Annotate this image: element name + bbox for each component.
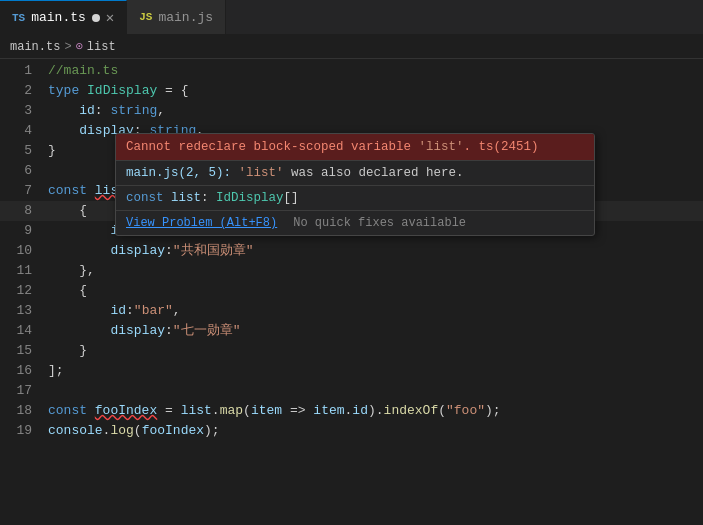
- fn-log: log: [110, 423, 133, 438]
- line-num-11: 11: [0, 261, 48, 281]
- tab-main-js[interactable]: JS main.js: [127, 0, 226, 34]
- str-zh2: "七一勋章": [173, 323, 241, 338]
- line-num-12: 12: [0, 281, 48, 301]
- line-content-19[interactable]: console.log(fooIndex);: [48, 421, 703, 441]
- line-content-15[interactable]: }: [48, 341, 703, 361]
- line-3: 3 id: string,: [0, 101, 703, 121]
- item-ref: item: [313, 403, 344, 418]
- id-key2: id: [110, 303, 126, 318]
- fooidx-id: fooIndex: [95, 403, 157, 418]
- line-content-16[interactable]: ];: [48, 361, 703, 381]
- line-13: 13 id:"bar",: [0, 301, 703, 321]
- tab-filename-js: main.js: [158, 10, 213, 25]
- tab-lang-js: JS: [139, 11, 152, 23]
- popup-action-line: View Problem (Alt+F8) No quick fixes ava…: [116, 210, 594, 235]
- line-num-17: 17: [0, 381, 48, 401]
- popup-view-problem[interactable]: View Problem (Alt+F8): [126, 216, 277, 230]
- id-prop: id: [79, 103, 95, 118]
- paren5: (: [134, 423, 142, 438]
- popup-type: IdDisplay: [216, 191, 284, 205]
- line-19: 19 console.log(fooIndex);: [0, 421, 703, 441]
- line-num-9: 9: [0, 221, 48, 241]
- popup-colon: :: [201, 191, 216, 205]
- line-num-14: 14: [0, 321, 48, 341]
- line-num-18: 18: [0, 401, 48, 421]
- line-content-14[interactable]: display:"七一勋章": [48, 321, 703, 341]
- display-key2: display: [110, 323, 165, 338]
- line-15: 15 }: [0, 341, 703, 361]
- display-key: display: [110, 243, 165, 258]
- popup-info-suffix: was also declared here.: [284, 166, 464, 180]
- id-prop2: id: [352, 403, 368, 418]
- line-num-8: 8: [0, 201, 48, 221]
- kw-const: const: [48, 183, 95, 198]
- line-2: 2 type IdDisplay = {: [0, 81, 703, 101]
- display-prop: di: [79, 123, 95, 138]
- console-ref: console: [48, 423, 103, 438]
- popup-arr: []: [284, 191, 299, 205]
- line-num-6: 6: [0, 161, 48, 181]
- tab-lang-ts: TS: [12, 12, 25, 24]
- line-content-2[interactable]: type IdDisplay = {: [48, 81, 703, 101]
- line-num-13: 13: [0, 301, 48, 321]
- line-num-10: 10: [0, 241, 48, 261]
- line-content-1[interactable]: //main.ts: [48, 61, 703, 81]
- paren3: (: [438, 403, 446, 418]
- fooidx-ref: fooIndex: [142, 423, 204, 438]
- comment-1: //main.ts: [48, 63, 118, 78]
- line-num-2: 2: [0, 81, 48, 101]
- breadcrumb-sep: >: [64, 40, 71, 54]
- editor: 1 //main.ts 2 type IdDisplay = { 3 id: s…: [0, 59, 703, 441]
- assign: =: [157, 403, 180, 418]
- op-eq: = {: [157, 83, 188, 98]
- tab-close-ts[interactable]: ✕: [106, 11, 114, 25]
- line-content-12[interactable]: {: [48, 281, 703, 301]
- line-num-19: 19: [0, 421, 48, 441]
- kw-string: string: [110, 103, 157, 118]
- line-content-3[interactable]: id: string,: [48, 101, 703, 121]
- line-num-4: 4: [0, 121, 48, 141]
- paren4: );: [485, 403, 501, 418]
- tab-dirty-indicator: [92, 14, 100, 22]
- breadcrumb-icon: ⊙: [76, 39, 83, 54]
- line-10: 10 display:"共和国勋章": [0, 241, 703, 261]
- line-num-15: 15: [0, 341, 48, 361]
- arrow: =>: [282, 403, 313, 418]
- popup-var-name: 'list': [419, 140, 464, 154]
- breadcrumb-symbol: list: [87, 40, 116, 54]
- line-12: 12 {: [0, 281, 703, 301]
- paren2: ).: [368, 403, 384, 418]
- comma1: ,: [157, 103, 165, 118]
- line-content-10[interactable]: display:"共和国勋章": [48, 241, 703, 261]
- breadcrumb-file: main.ts: [10, 40, 60, 54]
- kw-const2: const: [48, 403, 95, 418]
- line-17: 17: [0, 381, 703, 401]
- item-param: item: [251, 403, 282, 418]
- line-14: 14 display:"七一勋章": [0, 321, 703, 341]
- line-content-18[interactable]: const fooIndex = list.map(item => item.i…: [48, 401, 703, 421]
- tab-main-ts[interactable]: TS main.ts ✕: [0, 0, 127, 34]
- line-num-5: 5: [0, 141, 48, 161]
- line-1: 1 //main.ts: [0, 61, 703, 81]
- str-zh1: "共和国勋章": [173, 243, 254, 258]
- line-16: 16 ];: [0, 361, 703, 381]
- dot1: .: [212, 403, 220, 418]
- id-colon2: :: [126, 303, 134, 318]
- line-content-13[interactable]: id:"bar",: [48, 301, 703, 321]
- line-num-7: 7: [0, 181, 48, 201]
- comma4: ,: [173, 303, 181, 318]
- error-popup: Cannot redeclare block-scoped variable '…: [115, 133, 595, 236]
- line-content-11[interactable]: },: [48, 261, 703, 281]
- line-num-16: 16: [0, 361, 48, 381]
- line-18: 18 const fooIndex = list.map(item => ite…: [0, 401, 703, 421]
- popup-id-list: list: [171, 191, 201, 205]
- type-rest: dDisplay: [95, 83, 157, 98]
- kw-type: type: [48, 83, 87, 98]
- line-num-1: 1: [0, 61, 48, 81]
- display-colon2: :: [165, 323, 173, 338]
- line-11: 11 },: [0, 261, 703, 281]
- type-name: I: [87, 83, 95, 98]
- paren6: );: [204, 423, 220, 438]
- popup-info-prefix: main.js(2, 5):: [126, 166, 231, 180]
- list-ref: list: [181, 403, 212, 418]
